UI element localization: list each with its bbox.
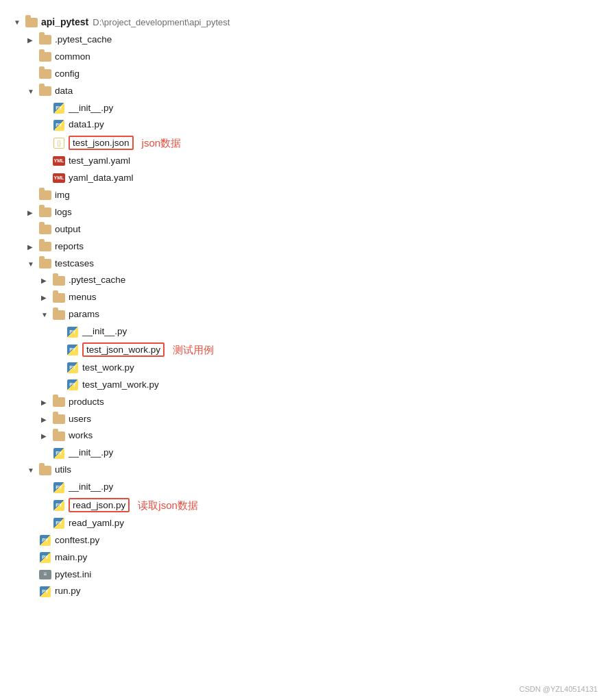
tree-item-testcases_pytest_cache[interactable]: .pytest_cache	[14, 272, 594, 289]
tree-arrow-data[interactable]	[27, 86, 38, 97]
tree-item-root[interactable]: api_pytestD:\project_development\api_pyt…	[14, 14, 594, 32]
folder-icon	[52, 396, 66, 408]
tree-label-common: common	[55, 49, 90, 65]
tree-item-test_work[interactable]: PYtest_work.py	[14, 360, 594, 377]
tree-label-logs: logs	[55, 205, 72, 221]
tree-arrow-logs[interactable]	[27, 207, 38, 218]
tree-item-testcases[interactable]: testcases	[14, 255, 594, 273]
python-file-icon: PY	[52, 499, 66, 512]
tree-arrow-params[interactable]	[41, 309, 52, 321]
tree-label-root: api_pytest	[41, 14, 88, 31]
python-file-icon: PY	[52, 102, 66, 114]
tree-item-read_json[interactable]: PYread_json.py读取json数据	[14, 496, 594, 515]
watermark: CSDN @YZL40514131	[519, 685, 598, 693]
folder-icon	[38, 240, 52, 253]
tree-item-pytest_ini[interactable]: ≡pytest.ini	[14, 566, 594, 584]
tree-label-utils_init: __init__.py	[69, 479, 113, 495]
tree-arrow-root[interactable]	[14, 16, 25, 28]
tree-label-yaml_data: yaml_data.yaml	[69, 171, 134, 186]
python-file-icon: PY	[66, 344, 80, 356]
tree-item-main[interactable]: PYmain.py	[14, 549, 594, 566]
tree-arrow-reports[interactable]	[27, 241, 38, 253]
tree-arrow-testcases[interactable]	[27, 258, 38, 270]
tree-label-menus: menus	[69, 290, 97, 305]
tree-label-test_yaml_work: test_yaml_work.py	[82, 377, 159, 393]
annotation-test_json: json数据	[142, 134, 182, 152]
tree-item-output[interactable]: output	[14, 221, 594, 238]
folder-icon	[52, 413, 66, 425]
tree-item-works[interactable]: works	[14, 427, 594, 445]
tree-label-read_yaml: read_yaml.py	[69, 516, 124, 532]
python-file-icon: PY	[38, 534, 52, 547]
tree-arrow-testcases_pytest_cache[interactable]	[41, 275, 52, 286]
tree-item-pytest_cache_root[interactable]: .pytest_cache	[14, 32, 594, 49]
root-path: D:\project_development\api_pytest	[93, 15, 230, 30]
python-file-icon: PY	[66, 326, 80, 338]
tree-item-test_json_work[interactable]: PYtest_json_work.py测试用例	[14, 340, 594, 360]
tree-label-conftest: conftest.py	[55, 533, 99, 549]
folder-icon	[38, 464, 52, 477]
tree-item-img[interactable]: img	[14, 187, 594, 204]
folder-icon	[38, 189, 52, 201]
tree-item-data_init[interactable]: PY__init__.py	[14, 100, 594, 117]
tree-item-testcases_init[interactable]: PY__init__.py	[14, 445, 594, 462]
folder-icon	[52, 430, 66, 442]
tree-item-utils_init[interactable]: PY__init__.py	[14, 479, 594, 496]
tree-item-products[interactable]: products	[14, 394, 594, 411]
tree-label-test_json: test_json.json	[69, 136, 134, 151]
tree-label-products: products	[69, 395, 104, 410]
tree-item-test_yaml_work[interactable]: PYtest_yaml_work.py	[14, 377, 594, 394]
tree-item-data[interactable]: data	[14, 83, 594, 100]
tree-label-run: run.py	[55, 584, 81, 599]
tree-item-test_yaml[interactable]: YMLtest_yaml.yaml	[14, 153, 594, 170]
tree-item-read_yaml[interactable]: PYread_yaml.py	[14, 515, 594, 532]
tree-item-common[interactable]: common	[14, 49, 594, 66]
ini-file-icon: ≡	[38, 568, 52, 581]
tree-label-testcases_init: __init__.py	[69, 445, 113, 461]
file-tree: api_pytestD:\project_development\api_pyt…	[0, 7, 608, 607]
python-file-icon: PY	[52, 482, 66, 494]
tree-item-users[interactable]: users	[14, 411, 594, 428]
tree-label-pytest_ini: pytest.ini	[55, 567, 91, 583]
tree-item-params_init[interactable]: PY__init__.py	[14, 323, 594, 340]
tree-item-test_json[interactable]: {}test_json.jsonjson数据	[14, 134, 594, 153]
tree-arrow-utils[interactable]	[27, 464, 38, 476]
tree-arrow-works[interactable]	[41, 430, 52, 442]
tree-item-menus[interactable]: menus	[14, 289, 594, 306]
folder-icon	[25, 16, 38, 29]
annotation-test_json_work: 测试用例	[173, 341, 214, 359]
tree-item-conftest[interactable]: PYconftest.py	[14, 532, 594, 549]
tree-item-run[interactable]: PYrun.py	[14, 583, 594, 600]
tree-item-config[interactable]: config	[14, 66, 594, 83]
tree-item-data1[interactable]: PYdata1.py	[14, 116, 594, 134]
tree-label-output: output	[55, 222, 81, 238]
python-file-icon: PY	[38, 586, 52, 598]
tree-arrow-pytest_cache_root[interactable]	[27, 34, 38, 46]
tree-label-testcases_pytest_cache: .pytest_cache	[69, 273, 125, 288]
tree-arrow-products[interactable]	[41, 397, 52, 408]
tree-label-main: main.py	[55, 550, 87, 566]
tree-item-logs[interactable]: logs	[14, 204, 594, 221]
tree-label-works: works	[69, 428, 93, 444]
tree-label-read_json: read_json.py	[69, 498, 130, 514]
tree-arrow-menus[interactable]	[41, 292, 52, 303]
tree-label-data_init: __init__.py	[69, 101, 113, 116]
python-file-icon: PY	[38, 551, 52, 564]
yaml-file-icon: YML	[52, 155, 66, 167]
folder-icon	[38, 68, 52, 80]
folder-icon	[52, 309, 66, 321]
tree-item-utils[interactable]: utils	[14, 462, 594, 479]
tree-arrow-users[interactable]	[41, 414, 52, 425]
folder-icon	[38, 51, 52, 63]
tree-label-img: img	[55, 188, 70, 203]
tree-label-params: params	[69, 307, 99, 323]
tree-label-test_work: test_work.py	[82, 360, 134, 376]
tree-item-yaml_data[interactable]: YMLyaml_data.yaml	[14, 170, 594, 187]
folder-icon	[38, 85, 52, 97]
tree-item-params[interactable]: params	[14, 306, 594, 323]
folder-icon	[52, 292, 66, 304]
tree-item-reports[interactable]: reports	[14, 238, 594, 255]
tree-label-testcases: testcases	[55, 256, 94, 272]
json-file-icon: {}	[52, 137, 66, 149]
python-file-icon: PY	[52, 447, 66, 460]
